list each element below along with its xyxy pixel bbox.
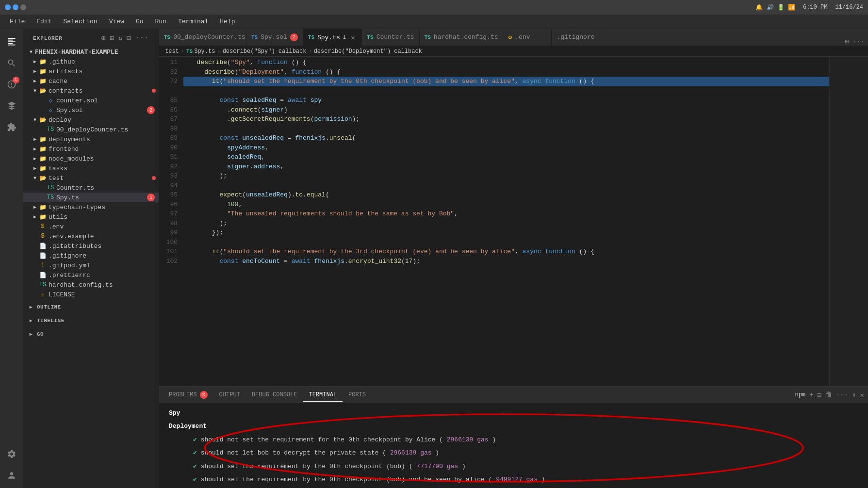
sidebar-item-utils[interactable]: 📁 utils — [23, 212, 159, 222]
sidebar-item-prettierrc[interactable]: 📄 .prettierrc — [23, 270, 159, 280]
sidebar-item-license[interactable]: ⚠ LICENSE — [23, 290, 159, 299]
more-terminal-icon[interactable]: ··· — [836, 391, 848, 399]
sidebar-item-cache[interactable]: 📁 cache — [23, 76, 159, 86]
titlebar-left — [5, 4, 26, 10]
sidebar-item-gitattributes[interactable]: 📄 .gitattributes — [23, 241, 159, 251]
activity-search[interactable] — [3, 54, 20, 72]
nodemodules-label: node_modules — [49, 155, 159, 163]
close-panel-icon[interactable]: ✕ — [860, 391, 864, 399]
sidebar-item-hardhat[interactable]: TS hardhat.config.ts — [23, 280, 159, 290]
sidebar-section-timeline[interactable]: TIMELINE — [23, 315, 159, 326]
sidebar-item-nodemodules[interactable]: 📁 node_modules — [23, 154, 159, 163]
tab-env[interactable]: ⚙ .env — [503, 29, 552, 46]
sidebar-item-tasks[interactable]: 📁 tasks — [23, 163, 159, 173]
new-folder-icon[interactable]: ⊞ — [110, 34, 114, 42]
breadcrumb-deployment-callback[interactable]: describe("Deployment") callback — [314, 48, 422, 55]
terminal-content[interactable]: Spy Deployment ✔ should not set the requ… — [159, 404, 868, 488]
more-icon[interactable]: ··· — [135, 34, 149, 42]
sidebar-item-spysol[interactable]: ◇ Spy.sol 2 — [23, 105, 159, 115]
activity-debug[interactable] — [3, 97, 20, 114]
code-line-blank4 — [183, 238, 829, 247]
sidebar-item-envexample[interactable]: $ .env.example — [23, 231, 159, 241]
sidebar-item-typechain[interactable]: 📁 typechain-types — [23, 202, 159, 212]
tab-spysol[interactable]: TS Spy.sol 2 — [246, 29, 303, 46]
timeline-label: TIMELINE — [37, 318, 65, 324]
system-tray: 🔔 🔊 🔋 📶 — [755, 4, 795, 11]
activity-git[interactable]: 1 — [3, 76, 20, 93]
sidebar-item-frontend[interactable]: 📁 frontend — [23, 144, 159, 154]
sidebar-item-contracts[interactable]: 📂 contracts — [23, 86, 159, 96]
sidebar-item-gitpod[interactable]: ! .gitpod.yml — [23, 260, 159, 270]
code-content[interactable]: describe("Spy", function () { describe("… — [183, 57, 829, 386]
titlebar-time: 6:10 PM — [803, 4, 827, 11]
project-root[interactable]: FHENIX-HARDHAT-EXAMPLE — [23, 47, 159, 57]
sol-icon: TS — [251, 34, 258, 40]
menu-selection[interactable]: Selection — [58, 16, 102, 27]
panel-tab-ports[interactable]: PORTS — [343, 389, 372, 401]
tab-counterts[interactable]: TS Counter.ts — [362, 29, 419, 46]
breadcrumb-spy-callback[interactable]: describe("Spy") callback — [223, 48, 307, 55]
sidebar-item-gitignore[interactable]: 📄 .gitignore — [23, 251, 159, 260]
sidebar-item-deploycounter[interactable]: TS 00_deployCounter.ts — [23, 125, 159, 134]
sidebar-section-outline[interactable]: OUTLINE — [23, 301, 159, 313]
sidebar-item-artifacts[interactable]: 📁 artifacts — [23, 66, 159, 76]
menu-help[interactable]: Help — [215, 16, 240, 27]
maximize-panel-icon[interactable]: ⬆ — [852, 391, 856, 399]
sidebar-item-spyts[interactable]: TS Spy.ts 1 — [23, 193, 159, 202]
breadcrumb-test[interactable]: test — [165, 48, 179, 55]
utils-label: utils — [49, 213, 159, 221]
sidebar-item-test[interactable]: 📂 test — [23, 173, 159, 183]
tab-spyts[interactable]: TS Spy.ts 1 ✕ — [303, 29, 362, 46]
tab-close-spyts[interactable]: ✕ — [349, 33, 357, 41]
frontend-label: frontend — [49, 146, 159, 153]
split-editor-icon[interactable]: ⊞ — [845, 38, 849, 46]
tab-hardhat[interactable]: TS hardhat.config.ts — [420, 29, 504, 46]
typechain-label: typechain-types — [49, 204, 159, 211]
code-line-98: ); — [183, 219, 829, 228]
split-terminal-icon[interactable]: ⊟ — [817, 391, 821, 399]
sidebar-item-counterts[interactable]: TS Counter.ts — [23, 183, 159, 193]
code-line-97: "The unsealed requirements should be the… — [183, 209, 829, 219]
tab-gitignore[interactable]: .gitignore — [552, 29, 600, 46]
activity-account[interactable] — [3, 467, 20, 484]
menu-go[interactable]: Go — [131, 16, 148, 27]
problems-label: PROBLEMS — [169, 391, 197, 398]
project-label: FHENIX-HARDHAT-EXAMPLE — [35, 49, 118, 56]
sidebar-item-deployments[interactable]: 📁 deployments — [23, 134, 159, 144]
menu-view[interactable]: View — [104, 16, 129, 27]
activity-explorer[interactable] — [3, 33, 20, 50]
refresh-icon[interactable]: ↻ — [118, 34, 123, 42]
panel-tab-terminal[interactable]: TERMINAL — [303, 389, 343, 402]
folder-icon: 📂 — [39, 87, 47, 95]
sidebar-item-deploy[interactable]: 📂 deploy — [23, 115, 159, 125]
kill-terminal-icon[interactable]: 🗑 — [825, 391, 832, 399]
menu-file[interactable]: File — [5, 16, 30, 27]
activity-settings[interactable] — [3, 445, 20, 463]
breadcrumb-sep3: › — [308, 48, 311, 55]
menu-run[interactable]: Run — [150, 16, 171, 27]
more-tabs-icon[interactable]: ··· — [853, 38, 864, 46]
collapse-icon[interactable]: ⊟ — [127, 34, 131, 42]
tab-deploycounter[interactable]: TS 00_deployCounter.ts — [159, 29, 246, 46]
menu-edit[interactable]: Edit — [32, 16, 56, 27]
panel-tab-output[interactable]: OUTPUT — [213, 389, 246, 401]
sidebar-item-env[interactable]: $ .env — [23, 222, 159, 231]
envexample-label: .env.example — [49, 233, 159, 240]
env-icon: $ — [39, 232, 47, 240]
ts-icon: TS — [425, 34, 431, 40]
panel-tab-debug[interactable]: DEBUG CONSOLE — [246, 389, 303, 401]
menu-terminal[interactable]: Terminal — [173, 16, 213, 27]
problems-badge: 3 — [200, 391, 208, 399]
add-terminal-icon[interactable]: + — [809, 391, 813, 399]
test-modified-dot — [152, 176, 156, 180]
activity-bottom — [3, 445, 20, 488]
panel-tab-problems[interactable]: PROBLEMS 3 — [163, 388, 213, 402]
activity-extensions[interactable] — [3, 118, 20, 136]
sidebar-item-github[interactable]: 📁 .github — [23, 57, 159, 66]
artifacts-label: artifacts — [49, 68, 159, 75]
code-editor: 11 32 72 85 86 87 88 89 90 91 92 93 94 9… — [159, 57, 868, 386]
breadcrumb-spyts[interactable]: TSSpy.ts — [186, 48, 215, 55]
sidebar-section-go[interactable]: GO — [23, 328, 159, 340]
new-file-icon[interactable]: ⊕ — [101, 34, 106, 42]
sidebar-item-countersol[interactable]: ◇ counter.sol — [23, 96, 159, 105]
